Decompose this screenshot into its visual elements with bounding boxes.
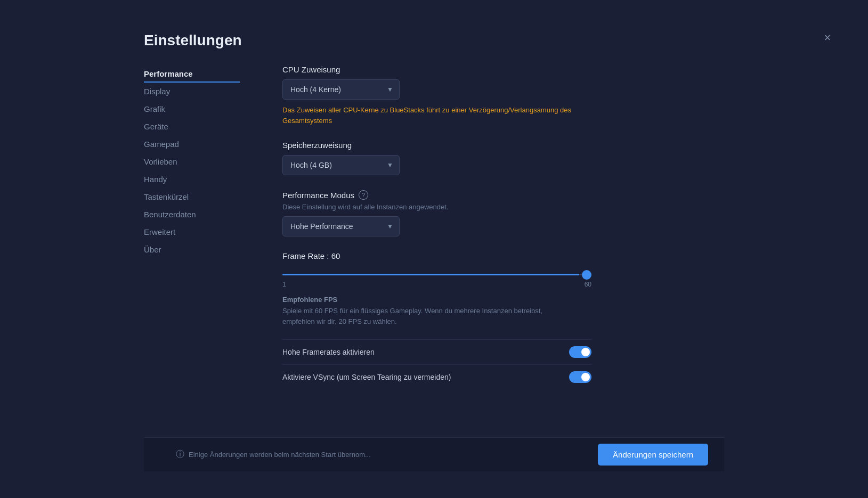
- toggle-thumb-high-framerate: [581, 348, 590, 356]
- performance-mode-subtitle: Diese Einstellung wird auf alle Instanze…: [282, 203, 713, 211]
- performance-mode-dropdown[interactable]: EnergiesparmodusAusgewogenHohe Performan…: [282, 216, 400, 236]
- toggle-label-high-framerate: Hohe Framerates aktivieren: [282, 348, 375, 356]
- frame-rate-slider[interactable]: [282, 274, 591, 275]
- cpu-section: CPU Zuweisung Niedrig (1 Kern)Mittel (2 …: [282, 65, 713, 126]
- fps-recommendation-text: Spiele mit 60 FPS für ein flüssiges Game…: [282, 306, 570, 326]
- slider-labels: 1 60: [282, 281, 591, 288]
- footer-note-text: Einige Änderungen werden beim nächsten S…: [189, 451, 371, 459]
- page-title: Einstellungen: [144, 32, 724, 49]
- performance-mode-header: Performance Modus ?: [282, 190, 713, 200]
- toggles-container: Hohe Framerates aktivierenAktiviere VSyn…: [282, 339, 713, 389]
- memory-dropdown[interactable]: Niedrig (1 GB)Mittel (2 GB)Hoch (4 GB)Se…: [282, 155, 400, 175]
- slider-container: 1 60: [282, 268, 591, 288]
- footer: ⓘ Einige Änderungen werden beim nächsten…: [144, 437, 724, 471]
- settings-content: CPU Zuweisung Niedrig (1 Kern)Mittel (2 …: [250, 65, 724, 389]
- toggle-row-vsync: Aktiviere VSync (um Screen Tearing zu ve…: [282, 364, 591, 389]
- sidebar-item-gamepad[interactable]: Gamepad: [144, 135, 240, 153]
- settings-dialog: Einstellungen PerformanceDisplayGrafikGe…: [144, 27, 724, 471]
- footer-note: ⓘ Einige Änderungen werden beim nächsten…: [176, 449, 371, 460]
- sidebar-item-vorlieben[interactable]: Vorlieben: [144, 153, 240, 170]
- cpu-label: CPU Zuweisung: [282, 65, 713, 74]
- toggle-vsync[interactable]: [569, 371, 591, 383]
- sidebar-item-benutzerdaten[interactable]: Benutzerdaten: [144, 206, 240, 223]
- sidebar: PerformanceDisplayGrafikGeräteGamepadVor…: [144, 65, 250, 389]
- sidebar-item-erweitert[interactable]: Erweitert: [144, 223, 240, 241]
- save-button[interactable]: Änderungen speichern: [598, 444, 708, 466]
- frame-rate-label: Frame Rate : 60: [282, 251, 713, 260]
- sidebar-item-tastenkuerzel[interactable]: Tastenkürzel: [144, 188, 240, 206]
- sidebar-item-display[interactable]: Display: [144, 83, 240, 100]
- memory-dropdown-wrapper: Niedrig (1 GB)Mittel (2 GB)Hoch (4 GB)Se…: [282, 155, 400, 175]
- memory-section: Speicherzuweisung Niedrig (1 GB)Mittel (…: [282, 141, 713, 175]
- sidebar-item-handy[interactable]: Handy: [144, 170, 240, 188]
- fps-recommendation-title: Empfohlene FPS: [282, 296, 713, 304]
- sidebar-item-geraete[interactable]: Geräte: [144, 118, 240, 135]
- toggle-row-high-framerate: Hohe Framerates aktivieren: [282, 339, 591, 364]
- cpu-warning: Das Zuweisen aller CPU-Kerne zu BlueStac…: [282, 105, 591, 126]
- settings-layout: PerformanceDisplayGrafikGeräteGamepadVor…: [144, 65, 724, 389]
- frame-rate-section: Frame Rate : 60 1 60 Empfohlene FPS Spie…: [282, 251, 713, 326]
- close-icon: ×: [824, 31, 831, 45]
- fps-recommendation: Empfohlene FPS Spiele mit 60 FPS für ein…: [282, 296, 713, 326]
- performance-mode-section: Performance Modus ? Diese Einstellung wi…: [282, 190, 713, 236]
- performance-mode-dropdown-wrapper: EnergiesparmodusAusgewogenHohe Performan…: [282, 216, 400, 236]
- toggle-high-framerate[interactable]: [569, 346, 591, 358]
- performance-mode-help-icon[interactable]: ?: [359, 190, 368, 200]
- sidebar-item-ueber[interactable]: Über: [144, 241, 240, 258]
- cpu-dropdown[interactable]: Niedrig (1 Kern)Mittel (2 Kerne)Hoch (4 …: [282, 79, 400, 100]
- sidebar-item-performance[interactable]: Performance: [144, 65, 240, 83]
- slider-max-label: 60: [585, 281, 591, 288]
- memory-label: Speicherzuweisung: [282, 141, 713, 150]
- toggle-label-vsync: Aktiviere VSync (um Screen Tearing zu ve…: [282, 373, 451, 381]
- close-button[interactable]: ×: [819, 29, 836, 46]
- toggle-thumb-vsync: [581, 373, 590, 381]
- cpu-dropdown-wrapper: Niedrig (1 Kern)Mittel (2 Kerne)Hoch (4 …: [282, 79, 400, 100]
- slider-min-label: 1: [282, 281, 286, 288]
- footer-note-icon: ⓘ: [176, 449, 184, 460]
- sidebar-item-grafik[interactable]: Grafik: [144, 100, 240, 118]
- performance-mode-label: Performance Modus: [282, 191, 354, 200]
